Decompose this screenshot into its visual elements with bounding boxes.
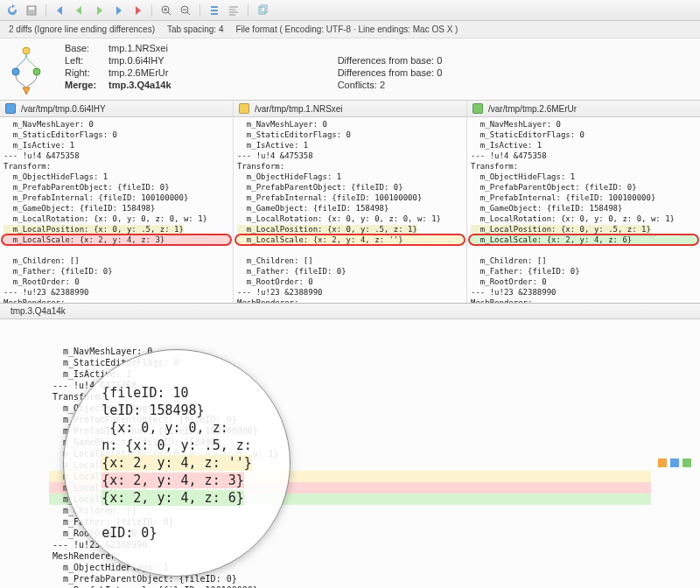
left-value: tmp.0.6i4IHY <box>103 54 332 66</box>
base-pane-header[interactable]: /var/tmp/tmp.1.NRSxei <box>234 101 466 117</box>
next-conflict-icon[interactable] <box>130 4 144 18</box>
base-pane: /var/tmp/tmp.1.NRSxei m_NavMeshLayer: 0 … <box>234 101 467 303</box>
left-label: Left: <box>60 54 103 66</box>
revision-graph <box>0 38 52 100</box>
align-icon[interactable] <box>227 4 241 18</box>
left-diff: Differences from base: 0 <box>332 54 693 66</box>
right-pane-path: /var/tmp/tmp.2.6MErUr <box>488 104 577 114</box>
merge-value: tmp.3.Q4a14k <box>103 79 332 91</box>
right-pane-body[interactable]: m_NavMeshLayer: 0 m_StaticEditorFlags: 0… <box>467 117 700 303</box>
next-diff-icon[interactable] <box>92 4 106 18</box>
refresh-icon[interactable] <box>5 4 19 18</box>
prev-diff-icon[interactable] <box>73 4 87 18</box>
right-label: Right: <box>60 66 103 79</box>
svg-rect-1 <box>29 7 34 10</box>
separator <box>151 4 152 17</box>
summary-panel: Base: tmp.1.NRSxei Left: tmp.0.6i4IHY Di… <box>0 38 700 101</box>
svg-point-7 <box>12 68 19 75</box>
summary-info: Base: tmp.1.NRSxei Left: tmp.0.6i4IHY Di… <box>52 38 700 100</box>
left-chip-icon <box>5 103 16 114</box>
right-pane-header[interactable]: /var/tmp/tmp.2.6MErUr <box>467 101 700 117</box>
left-pane-path: /var/tmp/tmp.0.6i4IHY <box>21 104 106 114</box>
tab-spacing: Tab spacing: 4 <box>167 24 224 34</box>
save-icon[interactable] <box>24 4 38 18</box>
zoom-in-icon[interactable] <box>159 4 173 18</box>
base-value: tmp.1.NRSxei <box>103 42 332 54</box>
orange-chip-icon[interactable] <box>658 458 667 467</box>
base-label: Base: <box>60 42 103 54</box>
right-diff: Differences from base: 0 <box>332 66 693 79</box>
right-value: tmp.2.6MErUr <box>103 66 332 79</box>
status-bar: 2 diffs (Ignore line ending differences)… <box>0 21 700 38</box>
conflicts-count: Conflicts: 2 <box>332 79 693 91</box>
copy-icon[interactable] <box>256 4 270 18</box>
svg-point-6 <box>23 47 30 54</box>
left-pane-header[interactable]: /var/tmp/tmp.0.6i4IHY <box>0 101 233 117</box>
separator <box>200 4 200 17</box>
diffs-count: 2 diffs (Ignore line ending differences) <box>9 24 155 34</box>
separator <box>46 4 46 17</box>
green-chip-icon[interactable] <box>682 458 691 467</box>
base-diff <box>332 42 693 54</box>
merge-label: Merge: <box>60 79 103 91</box>
left-pane-body[interactable]: m_NavMeshLayer: 0 m_StaticEditorFlags: 0… <box>0 117 233 303</box>
source-chips <box>658 458 691 467</box>
merge-pane-header[interactable]: tmp.3.Q4a14k <box>0 304 700 319</box>
right-chip-icon <box>472 103 483 114</box>
base-pane-body[interactable]: m_NavMeshLayer: 0 m_StaticEditorFlags: 0… <box>234 117 466 303</box>
merge-pane-body[interactable]: m_NavMeshLayer: 0 m_StaticEditorFlags: 0… <box>0 319 700 588</box>
prev-file-icon[interactable] <box>53 4 67 18</box>
three-way-diff: /var/tmp/tmp.0.6i4IHY m_NavMeshLayer: 0 … <box>0 101 700 304</box>
file-format: File format ( Encoding: UTF-8 · Line end… <box>235 24 458 34</box>
left-pane: /var/tmp/tmp.0.6i4IHY m_NavMeshLayer: 0 … <box>0 101 234 303</box>
svg-rect-5 <box>261 5 267 12</box>
svg-point-8 <box>33 68 40 75</box>
svg-rect-4 <box>259 7 265 14</box>
merge-pane: tmp.3.Q4a14k m_NavMeshLayer: 0 m_StaticE… <box>0 304 700 588</box>
zoom-out-icon[interactable] <box>178 4 192 18</box>
base-pane-path: /var/tmp/tmp.1.NRSxei <box>255 104 343 114</box>
list-icon[interactable] <box>207 4 221 18</box>
base-chip-icon <box>239 103 249 114</box>
merge-pane-filename: tmp.3.Q4a14k <box>10 306 66 316</box>
toolbar <box>0 0 700 21</box>
svg-marker-9 <box>23 88 30 94</box>
next-file-icon[interactable] <box>111 4 125 18</box>
blue-chip-icon[interactable] <box>670 458 679 467</box>
separator <box>248 4 248 17</box>
right-pane: /var/tmp/tmp.2.6MErUr m_NavMeshLayer: 0 … <box>467 101 700 303</box>
